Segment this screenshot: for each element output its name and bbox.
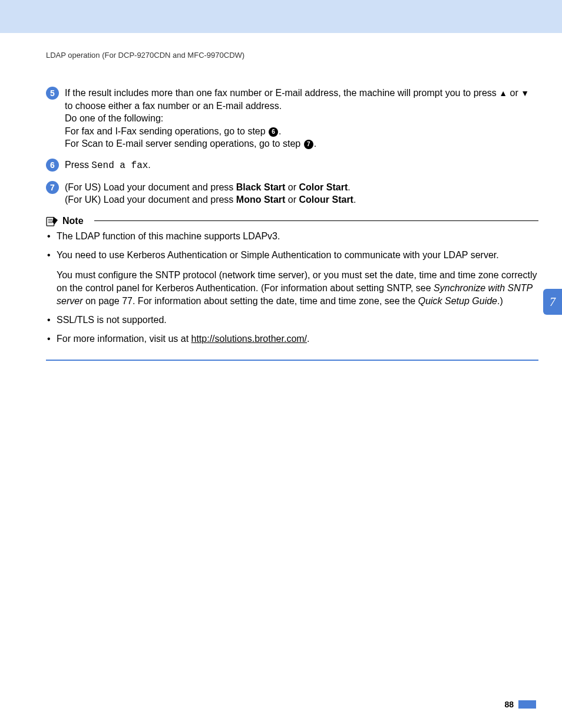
chapter-tab: 7 xyxy=(543,289,562,315)
sub-paragraph: You must configure the SNTP protocol (ne… xyxy=(57,269,538,308)
text: If the result includes more than one fax… xyxy=(65,88,499,98)
bold-text: Color Start xyxy=(299,182,348,192)
page-number: 88 xyxy=(504,700,514,709)
step-marker: 5 xyxy=(46,87,59,100)
text: For Scan to E-mail server sending operat… xyxy=(65,139,303,149)
step-5: 5 If the result includes more than one f… xyxy=(46,87,538,150)
text: . xyxy=(148,160,150,170)
step-ref-6-icon: 6 xyxy=(269,127,278,137)
note-title: Note xyxy=(62,216,84,226)
list-item: The LDAP function of this machine suppor… xyxy=(57,230,538,243)
text: You need to use Kerberos Authentication … xyxy=(57,250,499,260)
text: For more information, visit us at xyxy=(57,334,191,344)
footer-accent xyxy=(518,700,536,709)
bold-text: Mono Start xyxy=(236,195,286,205)
list-item: For more information, visit us at http:/… xyxy=(57,332,538,345)
step-marker: 6 xyxy=(46,159,59,172)
text: For fax and I-Fax sending operations, go… xyxy=(65,126,268,136)
text: The LDAP function of this machine suppor… xyxy=(57,231,280,241)
text: . xyxy=(353,195,356,205)
step-body: Press Send a fax. xyxy=(65,159,538,173)
bold-text: Colour Start xyxy=(299,195,353,205)
note-block: Note The LDAP function of this machine s… xyxy=(46,216,538,361)
section-header: LDAP operation (For DCP-9270CDN and MFC-… xyxy=(46,51,538,60)
step-body: If the result includes more than one fax… xyxy=(65,87,538,150)
list-item: You need to use Kerberos Authentication … xyxy=(57,249,538,308)
step-6: 6 Press Send a fax. xyxy=(46,159,538,173)
text: . xyxy=(279,126,281,136)
command-text: Send a fax xyxy=(91,160,148,171)
text: . xyxy=(307,334,309,344)
text: or xyxy=(285,182,299,192)
link-text[interactable]: http://solutions.brother.com/ xyxy=(191,334,308,344)
page-footer: 88 xyxy=(504,700,536,709)
text: .) xyxy=(497,296,503,306)
step-body: (For US) Load your document and press Bl… xyxy=(65,181,538,206)
note-list: The LDAP function of this machine suppor… xyxy=(46,230,538,346)
text: (For US) Load your document and press xyxy=(65,182,236,192)
step-7: 7 (For US) Load your document and press … xyxy=(46,181,538,206)
note-header: Note xyxy=(46,216,538,226)
list-item: SSL/TLS is not supported. xyxy=(57,314,538,327)
text: or xyxy=(507,88,521,98)
up-arrow-icon: ▲ xyxy=(499,88,507,98)
text: SSL/TLS is not supported. xyxy=(57,315,167,325)
italic-text: Quick Setup Guide xyxy=(418,296,497,306)
text: on page 77. For information about settin… xyxy=(82,296,418,306)
text: . xyxy=(314,139,316,149)
text: or xyxy=(285,195,299,205)
bold-text: Black Start xyxy=(236,182,286,192)
text: Do one of the following: xyxy=(65,113,163,123)
text: to choose either a fax number or an E-ma… xyxy=(65,101,282,111)
step-ref-7-icon: 7 xyxy=(304,140,313,149)
step-marker: 7 xyxy=(46,181,59,194)
text: Press xyxy=(65,160,91,170)
step-list: 5 If the result includes more than one f… xyxy=(46,87,538,206)
note-rule xyxy=(94,220,538,221)
text: (For UK) Load your document and press xyxy=(65,195,236,205)
text: . xyxy=(348,182,350,192)
note-icon xyxy=(46,216,59,226)
down-arrow-icon: ▼ xyxy=(521,88,529,98)
header-band xyxy=(0,0,562,33)
